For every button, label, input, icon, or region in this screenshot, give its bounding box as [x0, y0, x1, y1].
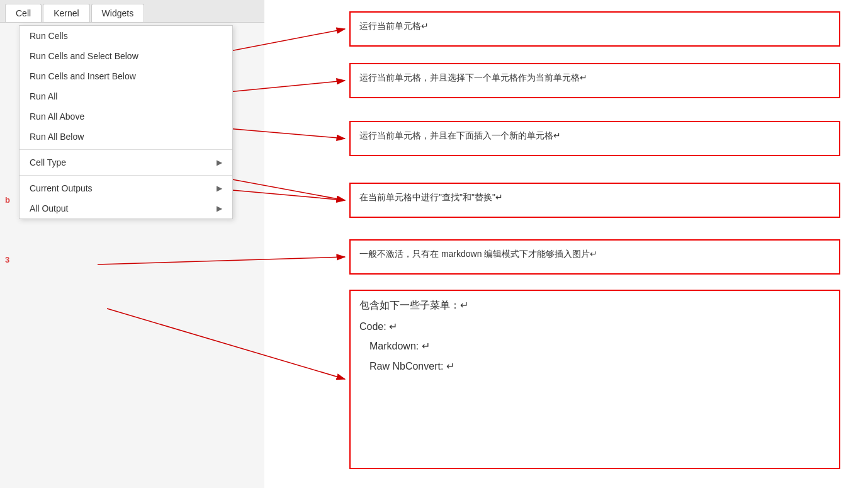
divider-1 — [20, 149, 232, 150]
menu-item-current-outputs[interactable]: Current Outputs ▶ — [20, 178, 232, 198]
menu-item-run-all-above[interactable]: Run All Above — [20, 106, 232, 127]
annotation-run-cells-insert-text: 运行当前单元格，并且在下面插入一个新的单元格↵ — [359, 130, 561, 140]
menu-tabs: Cell Kernel Widgets — [0, 0, 264, 23]
tab-cell[interactable]: Cell — [5, 4, 42, 22]
annotation-submenu-line4: Raw NbConvert: ↵ — [369, 358, 830, 375]
annotation-insert-image: 一般不激活，只有在 markdown 编辑模式下才能够插入图片↵ — [349, 239, 840, 275]
annotation-submenu-line2: Code: ↵ — [359, 319, 830, 335]
menu-item-all-output[interactable]: All Output ▶ — [20, 198, 232, 218]
menu-item-cell-type[interactable]: Cell Type ▶ — [20, 152, 232, 173]
annotation-run-cells-select-text: 运行当前单元格，并且选择下一个单元格作为当前单元格↵ — [359, 72, 587, 82]
divider-2 — [20, 175, 232, 176]
submenu-arrow-current-outputs: ▶ — [217, 184, 222, 193]
right-panel: 运行当前单元格↵ 运行当前单元格，并且选择下一个单元格作为当前单元格↵ 运行当前… — [349, 0, 859, 488]
annotation-submenu-line3: Markdown: ↵ — [369, 338, 830, 355]
annotation-run-cells-text: 运行当前单元格↵ — [359, 21, 429, 31]
cell-dropdown-menu: Run Cells Run Cells and Select Below Run… — [19, 25, 233, 219]
left-panel: Cell Kernel Widgets Run Cells Run Cells … — [0, 0, 264, 488]
annotation-run-cells-insert: 运行当前单元格，并且在下面插入一个新的单元格↵ — [349, 121, 840, 156]
annotation-find-replace: 在当前单元格中进行"查找"和"替换"↵ — [349, 183, 840, 218]
annotation-submenu-line1: 包含如下一些子菜单：↵ — [359, 297, 830, 314]
nb-line-number-b: b — [5, 195, 10, 205]
tab-widgets[interactable]: Widgets — [91, 4, 145, 22]
annotation-run-cells: 运行当前单元格↵ — [349, 11, 840, 47]
menu-item-run-cells-insert-below[interactable]: Run Cells and Insert Below — [20, 66, 232, 86]
annotation-insert-image-text: 一般不激活，只有在 markdown 编辑模式下才能够插入图片↵ — [359, 249, 597, 259]
annotation-cell-type-submenu: 包含如下一些子菜单：↵ Code: ↵ Markdown: ↵ Raw NbCo… — [349, 290, 840, 469]
nb-line-number-3: 3 — [5, 255, 9, 264]
menu-item-run-cells-select-below[interactable]: Run Cells and Select Below — [20, 46, 232, 66]
submenu-arrow-all-output: ▶ — [217, 204, 222, 213]
menu-item-run-all-below[interactable]: Run All Below — [20, 127, 232, 147]
submenu-arrow-cell-type: ▶ — [217, 158, 222, 167]
menu-item-run-all[interactable]: Run All — [20, 86, 232, 106]
annotation-find-replace-text: 在当前单元格中进行"查找"和"替换"↵ — [359, 192, 503, 202]
tab-kernel[interactable]: Kernel — [43, 4, 89, 22]
annotation-run-cells-select: 运行当前单元格，并且选择下一个单元格作为当前单元格↵ — [349, 63, 840, 98]
menu-item-run-cells[interactable]: Run Cells — [20, 26, 232, 46]
